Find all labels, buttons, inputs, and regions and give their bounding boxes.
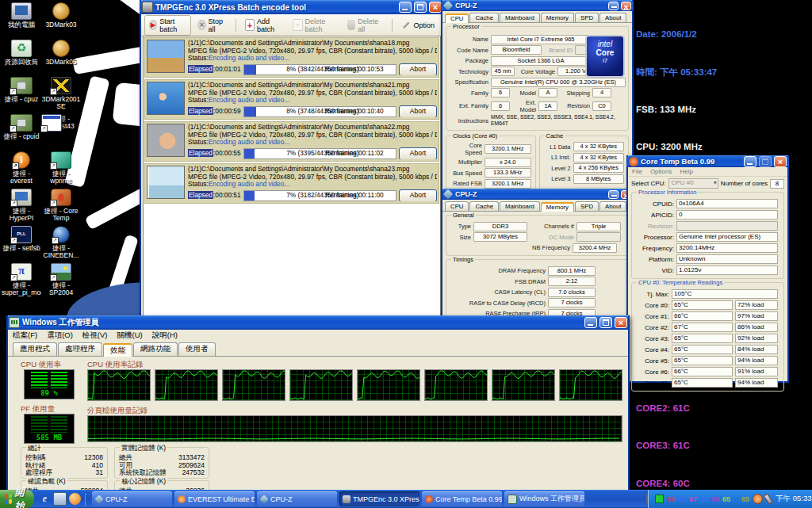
desktop-icon[interactable]: 捷徑 - PiFast43 <box>41 114 81 151</box>
stop-all-button[interactable]: Stop all <box>193 15 232 36</box>
minimize-button[interactable] <box>744 156 756 167</box>
cpuz-tab[interactable]: Memory <box>541 202 574 212</box>
desktop-icon[interactable]: 捷徑 - wprime <box>41 151 81 189</box>
desktop-icon[interactable]: 捷徑 - Core Temp <box>41 189 81 226</box>
add-batch-icon <box>245 19 255 31</box>
desktop-icon[interactable]: 捷徑 - setfsb <box>2 226 41 263</box>
abort-button[interactable]: Abort <box>399 63 437 75</box>
menu-item[interactable]: 關機(U) <box>117 330 143 341</box>
cpuz-titlebar[interactable]: CPU-Z <box>441 189 634 200</box>
taskbar-window-button[interactable]: TMPGEnc 3.0 XPress ... <box>339 491 419 506</box>
internet-explorer-icon[interactable]: e <box>39 493 51 505</box>
show-desktop-icon[interactable] <box>53 492 67 506</box>
desktop-icon[interactable]: 3DMark05 <box>41 40 81 77</box>
batch-item[interactable]: (1/1)C:\Documents and Settings\Administr… <box>144 121 439 162</box>
cpuz-tab[interactable]: About <box>599 201 626 211</box>
cpuz-tab[interactable]: SPD <box>575 13 599 22</box>
maximize-button[interactable] <box>599 317 612 328</box>
sysinfo-line: CORE3: 61C <box>636 441 747 451</box>
taskbar: 開始 e CPU-Z EVEREST Ultimate E... <box>0 490 812 508</box>
taskmgr-titlebar[interactable]: Windows 工作管理員 <box>6 315 630 330</box>
start-batch-button[interactable]: Start batch <box>144 15 191 36</box>
taskbar-button-icon <box>508 495 517 504</box>
cpuz-tab[interactable]: Memory <box>541 13 574 22</box>
desktop-icon[interactable]: 捷徑 - SP2004 <box>41 263 81 300</box>
cpu-history-graph <box>289 369 353 401</box>
minimize-button[interactable] <box>608 190 619 199</box>
taskmgr-tab[interactable]: 效能 <box>103 343 132 357</box>
taskbar-window-button[interactable]: CPU-Z <box>257 491 337 506</box>
desktop-icon[interactable]: 捷徑 - everest <box>2 151 41 189</box>
batch-item-remaining: Remaining:00:10:40 <box>324 108 383 116</box>
delete-all-button: Delete all <box>343 15 386 36</box>
taskmgr-tab[interactable]: 使用者 <box>178 342 216 356</box>
coretemp-titlebar[interactable]: Core Temp Beta 0.99 <box>626 155 789 167</box>
cpuz-tab[interactable]: Mainboard <box>500 13 540 22</box>
taskmgr-tab[interactable]: 網路功能 <box>133 342 178 356</box>
menu-item[interactable]: Help <box>680 168 692 175</box>
menu-item[interactable]: File <box>632 168 642 175</box>
abort-button[interactable]: Abort <box>399 105 437 117</box>
desktop-icon[interactable]: 我的電腦 <box>2 2 41 40</box>
cpuz-tab[interactable]: Mainboard <box>500 201 540 211</box>
system-tray: 65 66 67 65 65 65 65 下午 05:33 <box>648 490 812 508</box>
abort-button[interactable]: Abort <box>399 147 437 159</box>
abort-button[interactable]: Abort <box>399 189 437 201</box>
batch-item[interactable]: (1/1)C:\Documents and Settings\Administr… <box>144 37 439 78</box>
tray-monitor-icon[interactable] <box>655 495 664 503</box>
desktop-icons: 我的電腦 3DMark03 資源回收筒 3DMark05 捷徑 - cpuz <box>2 2 81 300</box>
desktop-icon-image <box>51 151 71 169</box>
tmpgenc-titlebar[interactable]: TMPGEnc 3.0 XPress Batch encode tool <box>140 0 444 14</box>
taskmgr-tab[interactable]: 處理程序 <box>58 342 102 356</box>
cpuz-tab[interactable]: About <box>599 13 626 22</box>
close-button[interactable] <box>429 2 442 13</box>
cpuz-tab[interactable]: Cache <box>469 201 499 211</box>
cpuz-tabs: CPU Cache Mainboard Memory SPD About <box>442 200 632 212</box>
desktop-icon[interactable]: 捷徑 - cpuid <box>2 114 41 151</box>
close-button[interactable] <box>774 156 787 167</box>
maximize-button <box>759 156 772 167</box>
cpuz-tab[interactable]: Cache <box>469 13 499 22</box>
taskbar-window-button[interactable]: CPU-Z <box>92 491 172 506</box>
add-batch-button[interactable]: Add batch <box>240 15 287 36</box>
menu-item[interactable]: Options <box>650 168 672 175</box>
desktop-icon[interactable]: 資源回收筒 <box>2 40 41 77</box>
batch-item[interactable]: (1/1)C:\Documents and Settings\Administr… <box>144 163 439 204</box>
utility-tray-icon[interactable] <box>764 493 773 504</box>
close-button[interactable] <box>615 317 627 328</box>
general-groupbox: General TypeDDR3 Channels #Triple Size30… <box>446 215 629 256</box>
maximize-button[interactable] <box>414 2 427 13</box>
close-button[interactable] <box>621 2 631 10</box>
taskbar-window-button[interactable]: Core Temp Beta 0.99 <box>422 491 502 506</box>
menu-item[interactable]: 說明(H) <box>152 330 178 341</box>
start-button[interactable]: 開始 <box>0 490 34 508</box>
desktop-icon[interactable]: 捷徑 - CINEBEN... <box>41 226 81 263</box>
batch-item[interactable]: (1/1)C:\Documents and Settings\Administr… <box>144 79 439 120</box>
desktop-icon[interactable]: 捷徑 - super_pi_mod <box>2 263 41 300</box>
desktop-icon[interactable]: 捷徑 - HyperPI <box>2 189 41 226</box>
cpuz-tab[interactable]: SPD <box>575 201 599 211</box>
cpuz-tab[interactable]: CPU <box>445 13 469 23</box>
media-player-icon[interactable] <box>69 493 81 505</box>
desktop-icon[interactable]: 捷徑 - cpuz <box>2 77 41 114</box>
cpuz-titlebar[interactable]: CPU-Z <box>441 0 634 11</box>
taskmgr-tab[interactable]: 應用程式 <box>13 342 57 356</box>
desktop-icon[interactable]: 3DMark03 <box>41 2 81 40</box>
minimize-button[interactable] <box>399 2 412 13</box>
batch-item-progressbar: 7% (3395/44350 frames) Remaining:00:11:0… <box>243 148 396 159</box>
sysinfo-line: 時間: 下午 05:33:47 <box>636 68 747 78</box>
progress-fill <box>244 107 256 116</box>
menu-item[interactable]: 檔案(F) <box>13 330 37 341</box>
option-button[interactable]: Option <box>396 17 439 32</box>
everest-tray-icon[interactable] <box>753 494 763 504</box>
taskbar-window-button[interactable]: EVEREST Ultimate E... <box>174 491 255 506</box>
menu-item[interactable]: 選項(O) <box>47 330 73 341</box>
taskbar-window-button[interactable]: Windows 工作管理員 <box>504 491 584 506</box>
core-temperature: 66°C <box>672 367 733 376</box>
desktop-icon[interactable]: 3DMark2001 SE <box>41 77 81 114</box>
minimize-button[interactable] <box>608 2 619 10</box>
menu-item[interactable]: 檢視(V) <box>82 330 108 341</box>
select-cpu-dropdown[interactable]: CPU #0 <box>668 178 718 189</box>
minimize-button[interactable] <box>584 317 597 328</box>
cpuz-tab[interactable]: CPU <box>445 201 469 211</box>
